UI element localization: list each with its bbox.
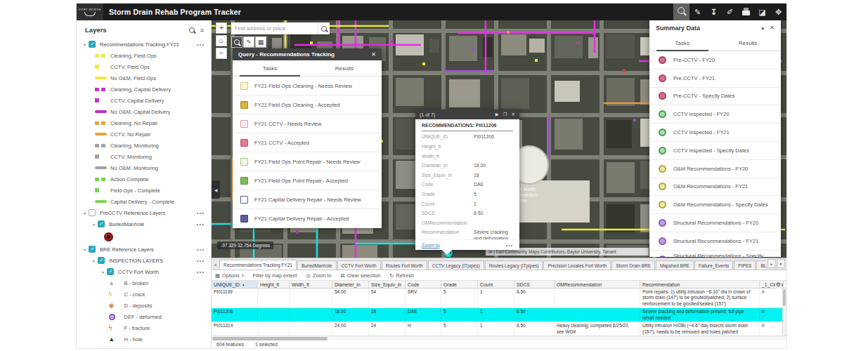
query-tab[interactable]: Results — [307, 60, 382, 76]
collapse-sidebar-button[interactable]: ◀ — [212, 180, 220, 199]
summary-item[interactable]: Structural Recommendations - FY21 — [649, 232, 781, 251]
table-toolbar-button[interactable]: Options — [215, 272, 243, 279]
summary-item[interactable]: CCTV Inspected - FY20 — [649, 105, 781, 124]
layer-row[interactable]: ▾ Cleaning, Field Ops ••• — [77, 50, 211, 61]
query-task-item[interactable]: FY21 Field Ops Cleaning - Accepted — [233, 95, 382, 114]
table-vertical-scrollbar[interactable] — [782, 289, 786, 336]
column-header[interactable]: Size_Equiv_in — [369, 281, 406, 288]
header-tool-icon[interactable] — [706, 4, 722, 20]
layer-menu-button[interactable]: ••• — [197, 246, 205, 253]
header-tool-icon[interactable] — [754, 4, 770, 20]
table-tab[interactable]: CCTV Fort Worth — [337, 260, 381, 270]
zoom-out-button[interactable]: − — [216, 48, 227, 59]
layer-row[interactable]: ▾ ••• — [77, 230, 211, 244]
table-toolbar-button[interactable]: Refresh — [389, 272, 413, 279]
query-task-item[interactable]: FY21 CCTV - Needs Review — [233, 114, 382, 133]
query-tab[interactable]: Tasks — [233, 60, 307, 76]
layer-row[interactable]: ▾ Cleaning, No Repair ••• — [77, 117, 211, 128]
query-task-item[interactable]: FY21 CCTV - Accepted — [233, 133, 382, 152]
layer-menu-button[interactable]: ••• — [197, 221, 205, 227]
expand-caret-icon[interactable]: ▾ — [93, 222, 95, 227]
search-button[interactable] — [318, 22, 330, 34]
search-input[interactable] — [231, 22, 318, 34]
layer-row[interactable]: ▾ B - broken ••• — [77, 277, 211, 289]
table-row[interactable]: PI011139 54.00 54 SRV 5 1 8.50 Point rep… — [212, 289, 786, 308]
table-horizontal-scrollbar[interactable] — [212, 336, 786, 340]
layer-menu-button[interactable]: ••• — [197, 41, 205, 48]
zoom-in-button[interactable]: + — [216, 22, 227, 34]
query-task-item[interactable]: FY21 Field Ops Point Repair - Accepted — [233, 171, 382, 190]
table-tab[interactable]: PIPES — [734, 260, 756, 270]
table-tab[interactable]: Failure_Events — [694, 260, 733, 270]
scrollbar-thumb[interactable] — [783, 289, 786, 306]
expand-caret-icon[interactable]: ▾ — [84, 247, 86, 252]
tabs-scroll-left-icon[interactable]: ◂ — [212, 263, 219, 270]
close-icon[interactable]: ✕ — [512, 112, 515, 117]
column-header[interactable]: OMRecommendation — [555, 281, 640, 288]
layer-row[interactable]: ▾ Cleaning, Monitoring ••• — [77, 140, 211, 151]
layer-filter-icon[interactable]: ≡ — [200, 27, 204, 34]
summary-item[interactable]: Structural Recommendations - Specify Dat… — [649, 251, 781, 257]
column-header[interactable]: Diameter_in — [332, 281, 369, 288]
table-toolbar-button[interactable]: Clear selection — [340, 272, 380, 279]
table-tab[interactable]: Mapshed BRE — [656, 260, 694, 270]
table-tab[interactable]: Precision Locates Fort Worth — [543, 260, 611, 270]
table-toolbar-button[interactable]: Filter by map extent — [252, 272, 297, 279]
collapse-icon[interactable]: ▴ — [761, 25, 764, 31]
close-icon[interactable]: ✕ — [770, 25, 775, 31]
layer-row[interactable]: ▾ DEF - deformed ••• — [77, 311, 211, 322]
table-row[interactable]: PI011206 18.00 18 DAE 5 1 8.50 Severe cr… — [212, 308, 786, 322]
summary-item[interactable]: CCTV Inspected - Specify Dates — [649, 142, 781, 160]
summary-item[interactable]: Pre-CCTV - FY21 — [649, 69, 781, 88]
table-tab[interactable]: Routes Fort Worth — [382, 260, 427, 270]
layer-row[interactable]: ▾ D - deposits ••• — [77, 300, 211, 311]
tabs-menu-icon[interactable]: ▾ — [777, 259, 785, 268]
column-header[interactable]: Width_ft — [290, 281, 332, 288]
layer-checkbox[interactable] — [89, 209, 96, 216]
header-tool-icon[interactable] — [689, 4, 706, 20]
layer-checkbox[interactable] — [89, 246, 96, 253]
zoom-to-link[interactable]: Zoom to — [422, 243, 440, 248]
layer-row[interactable]: ▾ CCTV, Field Ops ••• — [77, 61, 211, 72]
layer-row[interactable]: ▾ PreCCTV Reference Layers ••• — [77, 207, 211, 218]
layer-checkbox[interactable] — [98, 257, 105, 264]
table-tab[interactable]: Storm Drain BRE — [611, 260, 655, 270]
layer-row[interactable]: ▾ C - crack ••• — [77, 289, 211, 300]
layer-row[interactable]: ▾ Recommendations Tracking FY21 ••• — [77, 39, 211, 50]
scrollbar-thumb[interactable] — [212, 337, 328, 340]
layer-row[interactable]: ▾ CCTV, Capital Delivery ••• — [77, 95, 211, 106]
select-tool-button[interactable] — [231, 37, 242, 48]
header-tool-icon[interactable] — [722, 4, 738, 20]
layer-menu-button[interactable]: ••• — [197, 258, 205, 264]
close-icon[interactable]: ✕ — [371, 51, 376, 58]
layer-row[interactable]: ▾ Cleaning, Capital Delivery ••• — [77, 84, 211, 95]
column-header[interactable]: Height_ft — [258, 281, 290, 288]
layer-row[interactable]: ▾ F - fracture ••• — [77, 322, 211, 333]
home-button[interactable]: ⌂ — [216, 35, 227, 46]
layer-checkbox[interactable] — [107, 268, 114, 275]
layer-menu-button[interactable]: ••• — [197, 269, 205, 275]
popup-actions-icon[interactable]: ••• — [506, 243, 513, 248]
layer-search-icon[interactable] — [189, 27, 195, 33]
header-tool-icon[interactable] — [738, 4, 754, 20]
layer-row[interactable]: ▾ CCTV, No Repair ••• — [77, 128, 211, 140]
column-header[interactable]: Grade — [441, 281, 478, 288]
summary-item[interactable]: O&M Recommendations - FY21 — [649, 178, 781, 197]
field-options-gear-icon[interactable]: ⚙ — [775, 281, 782, 289]
column-header[interactable]: UNIQUE_ID — [212, 281, 258, 288]
layer-row[interactable]: ▾ BuriedManhole ••• — [77, 218, 211, 230]
layer-row[interactable]: ▾ CCTV, Monitoring ••• — [77, 151, 211, 162]
layer-row[interactable]: ▾ Action Complete ••• — [77, 173, 211, 185]
layer-row[interactable]: ▾ BRE Reference Layers ••• — [77, 244, 211, 255]
layer-row[interactable]: ▾ Field Ops - Complete ••• — [77, 185, 211, 196]
table-tab[interactable]: BuriedManhole — [297, 260, 337, 270]
table-tab[interactable]: BLDG_FOOTPRINTS — [756, 260, 766, 270]
layer-checkbox[interactable] — [98, 220, 105, 227]
column-header[interactable]: Count — [478, 281, 514, 288]
tabs-scroll-right-icon[interactable]: ▸ — [767, 259, 776, 268]
summary-tab[interactable]: Tasks — [649, 35, 715, 51]
summary-item[interactable]: O&M Recommendations - Specify Dates — [649, 196, 781, 214]
basemap-gallery-button[interactable]: ▦ — [255, 37, 266, 48]
map-view[interactable]: Fort Worth Convention Center + ⌂ − ✎ ▦ — [212, 20, 786, 258]
expand-caret-icon[interactable]: ▾ — [93, 258, 95, 263]
